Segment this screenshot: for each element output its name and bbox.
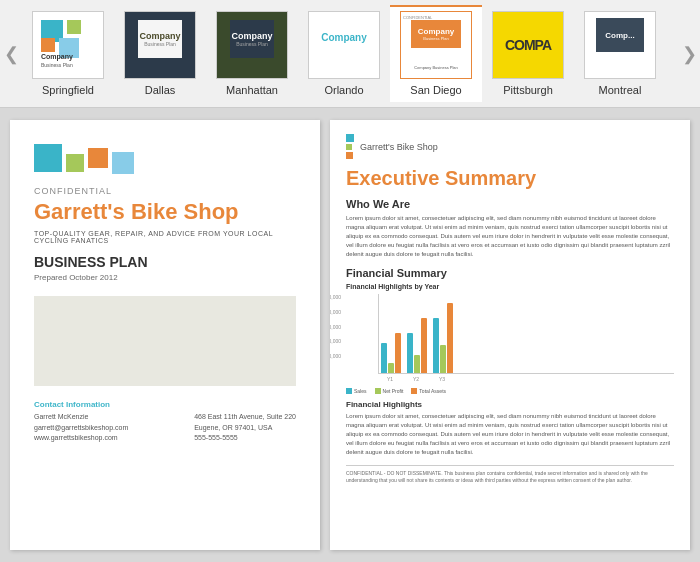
y-axis-labels: $5,000,000 $4,000,000 $3,000,000 $2,000,…: [330, 294, 341, 374]
carousel-next-button[interactable]: ❯: [678, 6, 700, 101]
carousel-thumb-springfield: Company Business Plan: [32, 11, 104, 79]
bar-y3-sales: [433, 318, 439, 373]
dot-blue: [346, 134, 354, 142]
contact-left: Garrett McKenzie garrett@garrettsbikesho…: [34, 412, 128, 444]
dot-green: [346, 144, 352, 150]
bar-y2-sales: [407, 333, 413, 373]
x-axis-labels: Y1 Y2 Y3: [346, 376, 674, 382]
business-plan-label: BUSINESS PLAN: [34, 254, 296, 270]
carousel-item-orlando[interactable]: Company Orlando: [298, 7, 390, 102]
carousel-thumb-sandiego: CONFIDENTIAL Company Business Plan Compa…: [400, 11, 472, 79]
carousel-item-dallas[interactable]: Company Business Plan Dallas: [114, 7, 206, 102]
bar-y3-assets: [447, 303, 453, 373]
contact-section: Contact Information Garrett McKenzie gar…: [34, 400, 296, 444]
bar-group-y2: [407, 318, 427, 373]
legend-profit: Net Profit: [375, 388, 404, 394]
carousel-item-springfield[interactable]: Company Business Plan Springfield: [22, 7, 114, 102]
dot-orange: [346, 152, 353, 159]
carousel-thumb-manhattan: Company Business Plan: [216, 11, 288, 79]
main-content: CONFIDENTIAL Garrett's Bike Shop TOP-QUA…: [0, 108, 700, 562]
chart-title: Financial Highlights by Year: [346, 283, 674, 290]
carousel-thumb-dallas: Company Business Plan: [124, 11, 196, 79]
bar-y3-profit: [440, 345, 446, 373]
right-header: Garrett's Bike Shop: [346, 134, 674, 159]
contact-right: 468 East 11th Avenue, Suite 220 Eugene, …: [194, 412, 296, 444]
legend-assets: Total Assets: [411, 388, 446, 394]
chart-legend: Sales Net Profit Total Assets: [346, 388, 674, 394]
bar-y2-profit: [414, 355, 420, 373]
carousel-thumb-orlando: Company: [308, 11, 380, 79]
carousel: ❮ Company Business Plan Springfield Comp…: [0, 0, 700, 108]
carousel-label-montreal: Montreal: [599, 84, 642, 96]
carousel-prev-button[interactable]: ❮: [0, 6, 22, 101]
right-shop-name: Garrett's Bike Shop: [360, 142, 438, 152]
financial-summary-heading: Financial Summary: [346, 267, 674, 279]
square-green: [66, 154, 84, 172]
confidential-footer: CONFIDENTIAL - DO NOT DISSEMINATE. This …: [346, 465, 674, 484]
legend-dot-assets: [411, 388, 417, 394]
carousel-label-sandiego: San Diego: [410, 84, 461, 96]
page-right: Garrett's Bike Shop Executive Summary Wh…: [330, 120, 690, 550]
bar-y2-assets: [421, 318, 427, 373]
cover-image: [34, 296, 296, 386]
bar-y1-profit: [388, 363, 394, 373]
carousel-label-orlando: Orlando: [324, 84, 363, 96]
square-blue: [34, 144, 62, 172]
exec-summary-title: Executive Summary: [346, 167, 674, 190]
bar-chart: [378, 294, 674, 374]
carousel-label-dallas: Dallas: [145, 84, 176, 96]
carousel-item-manhattan[interactable]: Company Business Plan Manhattan: [206, 7, 298, 102]
contact-title: Contact Information: [34, 400, 296, 409]
bar-y1-sales: [381, 343, 387, 373]
bar-group-y3: [433, 303, 453, 373]
prepared-date: Prepared October 2012: [34, 273, 296, 282]
who-we-are-heading: Who We Are: [346, 198, 674, 210]
contact-info: Garrett McKenzie garrett@garrettsbikesho…: [34, 412, 296, 444]
bar-group-y1: [381, 333, 401, 373]
contact-website: www.garrettsbikeshop.com: [34, 433, 128, 444]
square-orange: [88, 148, 108, 168]
legend-dot-sales: [346, 388, 352, 394]
tagline: TOP-QUALITY GEAR, REPAIR, AND ADVICE FRO…: [34, 230, 296, 244]
financial-highlights-title: Financial Highlights: [346, 400, 674, 409]
who-we-are-text: Lorem ipsum dolor sit amet, consectetuer…: [346, 214, 674, 259]
carousel-item-sandiego[interactable]: CONFIDENTIAL Company Business Plan Compa…: [390, 5, 482, 102]
carousel-item-montreal[interactable]: Comp... Montreal: [574, 7, 666, 102]
contact-city: Eugene, OR 97401, USA: [194, 423, 296, 434]
square-ltblue: [112, 152, 134, 174]
legend-dot-profit: [375, 388, 381, 394]
legend-sales: Sales: [346, 388, 367, 394]
bar-y1-assets: [395, 333, 401, 373]
carousel-items: Company Business Plan Springfield Compan…: [22, 5, 678, 102]
contact-email1: garrett@garrettsbikeshop.com: [34, 423, 128, 434]
carousel-label-manhattan: Manhattan: [226, 84, 278, 96]
right-color-dots: [346, 134, 354, 159]
carousel-label-pittsburgh: Pittsburgh: [503, 84, 553, 96]
carousel-item-pittsburgh[interactable]: COMPA Pittsburgh: [482, 7, 574, 102]
shop-name: Garrett's Bike Shop: [34, 200, 296, 224]
carousel-thumb-pittsburgh: COMPA: [492, 11, 564, 79]
financial-highlights-text: Lorem ipsum dolor sit amet, consectetuer…: [346, 412, 674, 457]
color-squares: [34, 144, 296, 174]
contact-phone: 555-555-5555: [194, 433, 296, 444]
page-left: CONFIDENTIAL Garrett's Bike Shop TOP-QUA…: [10, 120, 320, 550]
contact-name: Garrett McKenzie: [34, 412, 128, 423]
contact-address: 468 East 11th Avenue, Suite 220: [194, 412, 296, 423]
carousel-thumb-montreal: Comp...: [584, 11, 656, 79]
confidential-label: CONFIDENTIAL: [34, 186, 296, 196]
carousel-label-springfield: Springfield: [42, 84, 94, 96]
